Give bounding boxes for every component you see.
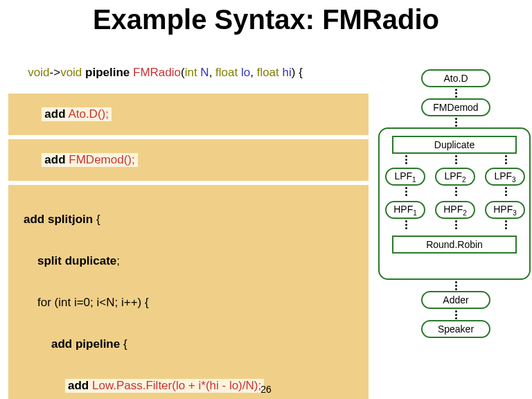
page-number: 26 — [0, 384, 532, 395]
code-block: void->void pipeline FMRadio(int N, float… — [8, 52, 369, 399]
node-speaker: Speaker — [421, 320, 490, 338]
fn-name: FMRadio — [133, 66, 181, 79]
code-signature: void->void pipeline FMRadio(int N, float… — [8, 52, 369, 94]
slide: Example Syntax: FMRadio void->void pipel… — [0, 0, 532, 399]
type: void — [28, 66, 49, 79]
code-splitjoin-block: add splitjoin { split duplicate; for (in… — [8, 185, 369, 399]
node-hpf1: HPF1 — [385, 201, 425, 219]
node-hpf2: HPF2 — [435, 201, 475, 219]
code-line: add Ato.D(); — [8, 94, 369, 135]
node-lpf1: LPF1 — [385, 168, 425, 186]
node-fmdemod: FMDemod — [421, 98, 490, 116]
kw-pipeline: pipeline — [85, 66, 130, 79]
arrow: -> — [50, 66, 61, 79]
pipeline-diagram: Ato.D FMDemod Duplicate LPF1 LPF2 LPF3 H… — [384, 69, 528, 388]
node-hpf3: HPF3 — [485, 201, 525, 219]
node-adder: Adder — [421, 291, 490, 309]
code-line: add FMDemod(); — [8, 139, 369, 181]
type: void — [60, 66, 82, 79]
node-duplicate: Duplicate — [392, 136, 517, 154]
node-atod: Ato.D — [421, 69, 490, 87]
node-lpf3: LPF3 — [485, 168, 525, 186]
node-roundrobin: Round.Robin — [392, 236, 517, 254]
slide-title: Example Syntax: FMRadio — [0, 4, 532, 35]
node-lpf2: LPF2 — [435, 168, 475, 186]
